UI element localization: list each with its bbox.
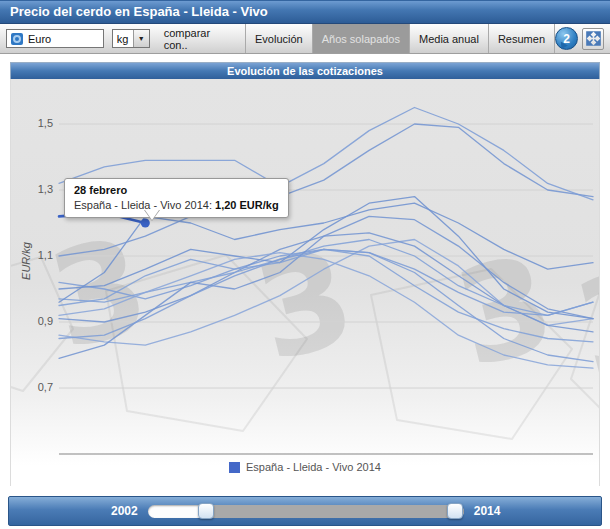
chart-legend[interactable]: España - Lleida - Vivo 2014 <box>11 461 599 473</box>
y-tick-1-1: 1,1 <box>11 249 53 261</box>
chevron-down-icon[interactable]: ▼ <box>133 30 149 47</box>
year-slider-track[interactable] <box>148 505 464 518</box>
tooltip-series-label: España - Lleida - Vivo 2014: <box>74 199 212 211</box>
currency-value: Euro <box>28 33 51 45</box>
currency-select[interactable]: Euro <box>6 29 104 48</box>
year-slider-right-handle[interactable] <box>447 503 463 519</box>
year-range-slider-bar: 2002 2014 <box>8 496 602 526</box>
expand-arrows-icon <box>586 31 601 46</box>
slider-end-year: 2014 <box>474 504 501 518</box>
unit-value: kg <box>113 30 133 47</box>
chart-plot-area[interactable]: 3 3 3 3 1,5 1,3 1,1 0,9 0,7 EUR/kg 28 fe… <box>10 79 600 486</box>
view-tabs: Evolución Años solapados Media anual Res… <box>245 24 555 53</box>
toolbar: Euro kg ▼ comparar con.. Evolución Años … <box>0 24 610 54</box>
y-tick-1-3: 1,3 <box>11 183 53 195</box>
fullscreen-button[interactable] <box>582 28 604 50</box>
euro-coin-icon <box>11 33 23 45</box>
y-tick-0-7: 0,7 <box>11 381 53 393</box>
chart-panel-title: Evolución de las cotizaciones <box>10 62 600 79</box>
legend-label-2014[interactable]: España - Lleida - Vivo 2014 <box>246 461 381 473</box>
tab-anos-solapados[interactable]: Años solapados <box>313 24 410 53</box>
chart-panel: Evolución de las cotizaciones 3 3 3 3 1,… <box>10 62 600 486</box>
year-slider-selected-range[interactable] <box>206 505 464 518</box>
tab-resumen[interactable]: Resumen <box>489 24 555 53</box>
comments-bubble-icon[interactable]: 2 <box>555 27 578 50</box>
tooltip-date: 28 febrero <box>74 184 279 196</box>
legend-swatch-2014[interactable] <box>229 462 240 473</box>
y-tick-0-9: 0,9 <box>11 315 53 327</box>
tooltip-body: España - Lleida - Vivo 2014: 1,20 EUR/kg <box>74 199 279 211</box>
compare-with-label[interactable]: comparar con.. <box>164 27 231 51</box>
tab-evolucion[interactable]: Evolución <box>246 24 313 53</box>
tab-media-anual[interactable]: Media anual <box>410 24 489 53</box>
price-lines-chart[interactable] <box>11 79 600 486</box>
unit-select[interactable]: kg ▼ <box>112 29 150 48</box>
data-tooltip: 28 febrero España - Lleida - Vivo 2014: … <box>64 178 289 218</box>
window-title: Precio del cerdo en España - Lleida - Vi… <box>0 0 610 24</box>
y-axis-label: EUR/kg <box>20 231 32 291</box>
comments-count: 2 <box>563 32 570 46</box>
toolbar-right: 2 <box>555 27 604 50</box>
tooltip-value: 1,20 EUR/kg <box>215 199 279 211</box>
slider-start-year: 2002 <box>111 504 138 518</box>
spacer <box>0 54 610 62</box>
year-slider-left-handle[interactable] <box>198 503 214 519</box>
y-tick-1-5: 1,5 <box>11 117 53 129</box>
